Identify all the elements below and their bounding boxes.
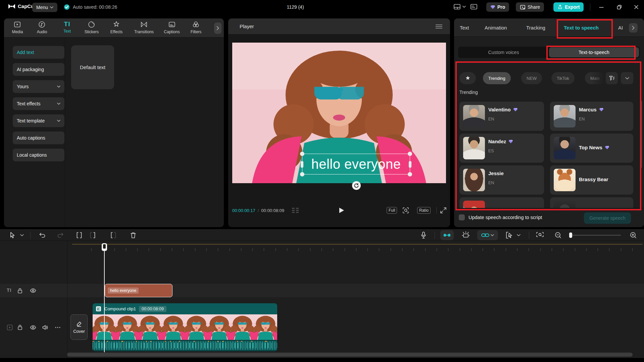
undo-icon[interactable] bbox=[39, 232, 46, 239]
chip-new[interactable]: NEW bbox=[521, 72, 542, 84]
tab-text[interactable]: TI Text bbox=[63, 20, 71, 34]
chevron-down-icon[interactable] bbox=[462, 6, 466, 8]
tab-captions[interactable]: Captions bbox=[164, 20, 180, 34]
sidebar-item-text-effects[interactable]: Text effects bbox=[13, 97, 64, 110]
hamburger-menu-icon[interactable] bbox=[435, 24, 443, 29]
redo-icon[interactable] bbox=[56, 232, 64, 239]
play-button[interactable] bbox=[339, 207, 344, 213]
resize-handle-nw[interactable] bbox=[300, 152, 304, 156]
tabbar-scroll-right-button[interactable] bbox=[629, 23, 638, 33]
chip-tiktok[interactable]: TikTok bbox=[551, 72, 575, 84]
magnetic-snap-button[interactable] bbox=[440, 230, 454, 240]
tab-tracking[interactable]: Tracking bbox=[526, 25, 545, 31]
rotate-handle[interactable] bbox=[352, 181, 361, 190]
link-clips-button[interactable] bbox=[477, 230, 498, 240]
sidebar-item-auto-captions[interactable]: Auto captions bbox=[13, 132, 64, 144]
lock-icon[interactable] bbox=[17, 288, 22, 294]
tab-effects[interactable]: Effects bbox=[110, 20, 122, 34]
delete-left-icon[interactable] bbox=[89, 232, 96, 239]
fit-timeline-icon[interactable] bbox=[536, 231, 544, 239]
mute-icon[interactable] bbox=[42, 325, 48, 330]
tab-text[interactable]: Text bbox=[460, 25, 469, 31]
resize-handle-e[interactable] bbox=[409, 161, 411, 168]
record-voiceover-icon[interactable] bbox=[421, 231, 426, 239]
sidebar-item-text-template[interactable]: Text template bbox=[13, 114, 64, 127]
pro-badge[interactable]: Pro bbox=[486, 2, 509, 12]
voice-card-valentino[interactable]: Valentino EN bbox=[459, 102, 544, 131]
segment-custom-voices[interactable]: Custom voices bbox=[458, 47, 549, 58]
default-text-card[interactable]: Default text bbox=[71, 45, 114, 89]
cover-button[interactable]: Cover bbox=[70, 314, 88, 340]
select-clip-mode-icon[interactable] bbox=[505, 231, 513, 239]
chevron-down-icon[interactable] bbox=[20, 234, 24, 237]
tab-ai[interactable]: AI bbox=[618, 25, 623, 31]
panel-layout-icon[interactable] bbox=[470, 3, 478, 11]
restore-button[interactable] bbox=[613, 1, 625, 13]
layout-icon[interactable] bbox=[453, 3, 461, 11]
resize-handle-w[interactable] bbox=[301, 161, 303, 168]
sidebar-item-add-text[interactable]: Add text bbox=[13, 46, 64, 59]
tab-media[interactable]: Media bbox=[12, 20, 23, 34]
generate-speech-button[interactable]: Generate speech bbox=[584, 212, 631, 224]
tab-text-to-speech[interactable]: Text to speech bbox=[564, 25, 599, 31]
lock-icon[interactable] bbox=[17, 324, 22, 330]
voice-card-jessie[interactable]: Jessie EN bbox=[459, 165, 544, 195]
full-button[interactable]: Full bbox=[387, 207, 397, 214]
select-tool-icon[interactable] bbox=[9, 232, 15, 239]
resize-handle-ne[interactable] bbox=[408, 152, 412, 156]
playhead-line[interactable] bbox=[104, 244, 105, 352]
export-button[interactable]: Export bbox=[553, 2, 584, 12]
storyboard-icon[interactable] bbox=[292, 208, 299, 213]
share-button[interactable]: Share bbox=[516, 2, 544, 12]
close-button[interactable] bbox=[631, 1, 642, 13]
delete-icon[interactable] bbox=[130, 232, 136, 239]
delete-right-icon[interactable] bbox=[110, 232, 117, 239]
menu-button[interactable]: Menu bbox=[32, 3, 57, 12]
current-time: 00:00:00:17 bbox=[232, 208, 255, 213]
zoom-in-icon[interactable] bbox=[630, 231, 637, 239]
voice-list-collapse-button[interactable] bbox=[621, 72, 633, 84]
minimize-button[interactable] bbox=[596, 1, 607, 13]
timeline-scrollbar[interactable] bbox=[67, 353, 633, 357]
video-clip[interactable]: Compound clip1 00:00:08:09 bbox=[93, 303, 277, 351]
visibility-icon[interactable] bbox=[30, 288, 36, 293]
tabbar-scroll-right-button[interactable] bbox=[214, 22, 221, 34]
voice-card-top-news[interactable]: Top News bbox=[550, 134, 633, 163]
resize-handle-sw[interactable] bbox=[300, 172, 304, 176]
voice-card-father-christmas[interactable]: Father Christmas bbox=[459, 197, 544, 208]
text-overlay-selection[interactable]: hello everyone bbox=[302, 154, 410, 174]
segment-text-to-speech[interactable]: Text-to-speech bbox=[549, 47, 639, 57]
tab-audio[interactable]: Audio bbox=[37, 20, 47, 34]
zoom-out-icon[interactable] bbox=[554, 231, 562, 239]
voice-card-partial[interactable] bbox=[550, 197, 633, 208]
ratio-button[interactable]: Ratio bbox=[417, 207, 431, 214]
video-overlay-text[interactable]: hello everyone bbox=[302, 154, 410, 174]
tab-filters[interactable]: Filters bbox=[191, 20, 202, 34]
update-speech-checkbox[interactable] bbox=[459, 214, 465, 220]
more-options-icon[interactable] bbox=[55, 327, 61, 328]
tab-stickers[interactable]: Stickers bbox=[85, 20, 99, 34]
playhead-handle[interactable] bbox=[102, 243, 107, 251]
split-icon[interactable] bbox=[76, 232, 83, 239]
voice-card-brassy-bear[interactable]: Brassy Bear bbox=[550, 165, 633, 195]
tab-transitions[interactable]: Transitions bbox=[134, 20, 154, 34]
preview-quality-icon[interactable] bbox=[402, 206, 410, 214]
preview-snap-icon[interactable] bbox=[461, 231, 470, 239]
voice-card-marcus[interactable]: Marcus EN bbox=[550, 102, 633, 131]
fullscreen-icon[interactable] bbox=[440, 207, 447, 214]
tab-animation[interactable]: Animation bbox=[485, 25, 507, 31]
resize-handle-se[interactable] bbox=[408, 172, 412, 176]
voice-filter-button[interactable] bbox=[606, 72, 618, 84]
zoom-slider-thumb[interactable] bbox=[569, 232, 572, 238]
sidebar-item-ai-packaging[interactable]: AI packaging bbox=[13, 63, 64, 76]
timeline-zoom-slider[interactable] bbox=[570, 235, 621, 236]
scrollbar[interactable] bbox=[641, 101, 642, 168]
sidebar-item-local-captions[interactable]: Local captions bbox=[13, 149, 64, 161]
sidebar-item-yours[interactable]: Yours bbox=[13, 80, 64, 93]
chevron-down-icon[interactable] bbox=[517, 234, 521, 237]
visibility-icon[interactable] bbox=[30, 325, 36, 330]
text-clip[interactable]: hello everyone bbox=[105, 284, 172, 297]
chip-trending[interactable]: Trending bbox=[483, 72, 511, 84]
favorites-chip[interactable] bbox=[459, 72, 476, 84]
voice-card-nandez[interactable]: Nandez ES bbox=[459, 134, 544, 163]
